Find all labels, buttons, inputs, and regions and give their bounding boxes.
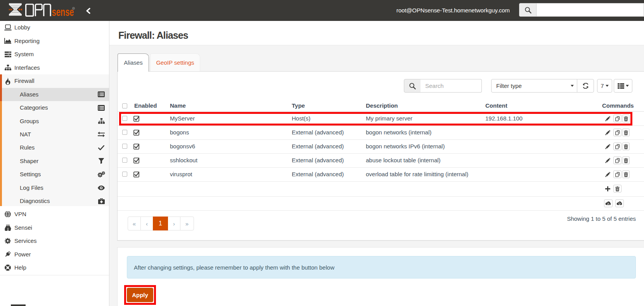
svg-text:R: R [73,7,74,10]
svg-text:sense: sense [52,6,74,18]
